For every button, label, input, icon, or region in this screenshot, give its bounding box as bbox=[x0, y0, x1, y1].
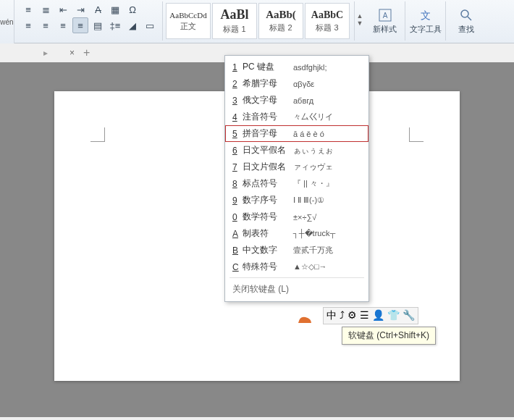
menu-label: 希腊字母 bbox=[243, 77, 293, 90]
soft-keyboard-item-0[interactable]: 0数学符号±×÷∑√ bbox=[225, 209, 368, 225]
status-icon-4[interactable]: 👤 bbox=[372, 309, 384, 322]
soft-keyboard-item-8[interactable]: 8标点符号『 || 々・』 bbox=[225, 175, 368, 192]
new-style-label: 新样式 bbox=[373, 24, 397, 35]
style-item-2[interactable]: AaBb(标题 2 bbox=[258, 3, 303, 39]
style-preview: AaBl bbox=[220, 7, 248, 22]
menu-key: A bbox=[232, 229, 240, 239]
paragraph-group: ≡ ≣ ⇤ ⇥ A̶ ▦ Ω ≡ ≡ ≡ ≡ ▤ ‡≡ ◢ ▭ bbox=[16, 1, 163, 41]
new-style-button[interactable]: A 新样式 bbox=[365, 1, 405, 41]
svg-line-4 bbox=[468, 17, 471, 20]
shoe-icon bbox=[297, 313, 313, 326]
svg-point-3 bbox=[461, 10, 468, 17]
ribbon-left-edge: wén bbox=[0, 0, 14, 43]
menu-sample: ▲☆◇□→ bbox=[293, 262, 327, 272]
soft-keyboard-item-7[interactable]: 7日文片假名ァィゥヴェ bbox=[225, 159, 368, 175]
bullet-list-icon[interactable]: ≡ bbox=[20, 1, 36, 17]
menu-sample: ±×÷∑√ bbox=[293, 213, 316, 222]
menu-label: PC 键盘 bbox=[243, 61, 293, 73]
style-label: 标题 2 bbox=[269, 22, 292, 33]
menu-sample: 『 || 々・』 bbox=[293, 178, 334, 189]
border-bottom-icon[interactable]: ▭ bbox=[142, 17, 158, 33]
soft-keyboard-item-3[interactable]: 3俄文字母абвгд bbox=[225, 92, 368, 109]
find-button[interactable]: 查找 bbox=[446, 1, 486, 41]
menu-label: 数学符号 bbox=[243, 211, 293, 223]
align-distribute-icon[interactable]: ▤ bbox=[90, 17, 106, 33]
number-list-icon[interactable]: ≣ bbox=[38, 1, 54, 17]
style-item-0[interactable]: AaBbCcDd正文 bbox=[166, 3, 211, 39]
find-label: 查找 bbox=[458, 24, 474, 35]
symbol-icon[interactable]: Ω bbox=[125, 1, 140, 17]
indent-increase-icon[interactable]: ⇥ bbox=[72, 1, 88, 17]
margin-corner-tl bbox=[90, 127, 105, 142]
menu-key: 3 bbox=[232, 96, 240, 106]
menu-key: 7 bbox=[232, 162, 240, 172]
soft-keyboard-item-2[interactable]: 2希腊字母αβγδε bbox=[225, 75, 368, 92]
soft-keyboard-item-4[interactable]: 4注音符号々厶巜リイ bbox=[225, 109, 368, 125]
menu-label: 俄文字母 bbox=[243, 94, 293, 106]
menu-key: 5 bbox=[232, 129, 240, 139]
menu-separator bbox=[229, 277, 364, 278]
soft-keyboard-item-5[interactable]: 5拼音字母ā á ě è ó bbox=[225, 125, 368, 142]
soft-keyboard-item-B[interactable]: B中文数字壹贰千万兆 bbox=[225, 242, 368, 259]
status-icon-0[interactable]: 中 bbox=[326, 309, 337, 322]
menu-key: 8 bbox=[232, 179, 240, 189]
new-style-icon: A bbox=[378, 8, 392, 22]
menu-sample: ァィゥヴェ bbox=[293, 161, 333, 172]
soft-keyboard-tooltip: 软键盘 (Ctrl+Shift+K) bbox=[342, 327, 436, 345]
shading-icon[interactable]: ◢ bbox=[125, 17, 140, 33]
border-icon[interactable]: ▦ bbox=[107, 1, 123, 17]
status-icon-1[interactable]: ⤴ bbox=[340, 309, 345, 322]
style-label: 标题 3 bbox=[316, 22, 338, 33]
soft-keyboard-item-6[interactable]: 6日文平假名ぁぃぅぇぉ bbox=[225, 142, 368, 159]
menu-sample: ┐┼�truck┬ bbox=[293, 229, 335, 238]
margin-corner-tr bbox=[409, 127, 424, 142]
text-tools-button[interactable]: 文 文字工具 bbox=[405, 1, 446, 41]
style-item-3[interactable]: AaBbC标题 3 bbox=[305, 3, 350, 39]
menu-sample: Ⅰ Ⅱ Ⅲ(-)① bbox=[293, 196, 324, 205]
soft-keyboard-item-9[interactable]: 9数字序号Ⅰ Ⅱ Ⅲ(-)① bbox=[225, 192, 368, 209]
styles-more-button[interactable]: ▲▼ bbox=[355, 1, 365, 38]
close-soft-keyboard[interactable]: 关闭软键盘 (L) bbox=[225, 280, 368, 298]
svg-text:文: 文 bbox=[421, 9, 431, 21]
style-preview: AaBbC bbox=[311, 9, 343, 21]
status-icon-2[interactable]: ⚙ bbox=[347, 309, 357, 322]
find-icon bbox=[459, 8, 473, 22]
menu-key: 9 bbox=[232, 196, 240, 206]
menu-label: 拼音字母 bbox=[243, 127, 293, 140]
menu-key: 4 bbox=[232, 112, 240, 122]
menu-key: C bbox=[232, 262, 240, 272]
menu-sample: ぁぃぅぇぉ bbox=[293, 145, 333, 156]
style-label: 标题 1 bbox=[223, 24, 245, 35]
text-tools-label: 文字工具 bbox=[410, 24, 442, 35]
style-item-1[interactable]: AaBl标题 1 bbox=[212, 3, 257, 39]
menu-key: 6 bbox=[232, 146, 240, 156]
align-justify-icon[interactable]: ≡ bbox=[72, 17, 88, 33]
align-center-icon[interactable]: ≡ bbox=[38, 17, 54, 33]
menu-sample: αβγδε bbox=[293, 80, 314, 88]
menu-label: 中文数字 bbox=[243, 244, 293, 256]
menu-label: 标点符号 bbox=[243, 177, 293, 190]
line-spacing-icon[interactable]: ‡≡ bbox=[107, 17, 123, 33]
soft-keyboard-item-C[interactable]: C特殊符号▲☆◇□→ bbox=[225, 259, 368, 275]
status-icon-3[interactable]: ☰ bbox=[360, 309, 369, 322]
indent-decrease-icon[interactable]: ⇤ bbox=[55, 1, 71, 17]
menu-label: 特殊符号 bbox=[243, 261, 293, 273]
menu-sample: абвгд bbox=[293, 96, 313, 105]
tab-close-button[interactable]: × bbox=[69, 48, 75, 58]
menu-sample: 々厶巜リイ bbox=[293, 112, 333, 122]
menu-label: 日文片假名 bbox=[243, 161, 293, 173]
menu-key: 1 bbox=[232, 62, 240, 72]
styles-gallery: AaBbCcDd正文AaBl标题 1AaBb(标题 2AaBbC标题 3 bbox=[163, 1, 355, 41]
align-right-icon[interactable]: ≡ bbox=[55, 17, 71, 33]
status-icon-5[interactable]: 👕 bbox=[387, 309, 400, 322]
soft-keyboard-item-1[interactable]: 1PC 键盘asdfghjkl; bbox=[225, 59, 368, 75]
align-left-icon[interactable]: ≡ bbox=[20, 17, 36, 33]
menu-sample: asdfghjkl; bbox=[293, 63, 326, 72]
status-icon-6[interactable]: 🔧 bbox=[403, 309, 415, 322]
menu-label: 数字序号 bbox=[243, 194, 293, 206]
soft-keyboard-item-A[interactable]: A制表符┐┼�truck┬ bbox=[225, 225, 368, 242]
menu-label: 注音符号 bbox=[243, 111, 293, 123]
svg-text:A: A bbox=[382, 12, 387, 20]
tab-add-button[interactable]: + bbox=[83, 46, 90, 59]
clear-format-icon[interactable]: A̶ bbox=[90, 1, 106, 17]
